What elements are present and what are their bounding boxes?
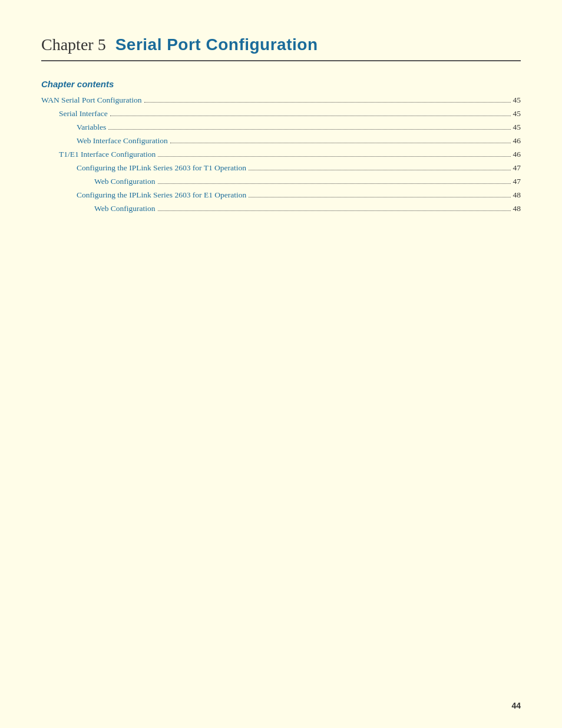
toc-entry[interactable]: WAN Serial Port Configuration45 bbox=[41, 94, 521, 107]
toc-entry[interactable]: T1/E1 Interface Configuration46 bbox=[41, 148, 521, 162]
toc-dots bbox=[144, 102, 511, 103]
toc-entry[interactable]: Serial Interface45 bbox=[41, 107, 521, 121]
toc-entry[interactable]: Web Interface Configuration46 bbox=[41, 134, 521, 148]
toc-entry[interactable]: Configuring the IPLink Series 2603 for T… bbox=[41, 162, 521, 175]
toc-page-number: 47 bbox=[513, 162, 521, 175]
toc-dots bbox=[110, 116, 511, 116]
toc-entry[interactable]: Variables45 bbox=[41, 121, 521, 134]
toc-dots bbox=[158, 156, 510, 157]
toc-page-number: 47 bbox=[513, 175, 521, 189]
toc-page-number: 46 bbox=[513, 134, 521, 148]
toc-dots bbox=[158, 183, 511, 184]
toc-page-number: 46 bbox=[513, 148, 521, 162]
toc-dots bbox=[158, 210, 511, 211]
page: Chapter 5 Serial Port Configuration Chap… bbox=[0, 0, 562, 728]
toc-link[interactable]: Web Configuration bbox=[94, 202, 156, 216]
toc-link[interactable]: Web Configuration bbox=[94, 175, 156, 189]
chapter-header: Chapter 5 Serial Port Configuration bbox=[41, 35, 521, 61]
toc-page-number: 45 bbox=[513, 121, 521, 134]
chapter-label: Chapter 5 bbox=[41, 35, 106, 54]
toc-link[interactable]: Configuring the IPLink Series 2603 for E… bbox=[77, 189, 246, 202]
toc-entry[interactable]: Configuring the IPLink Series 2603 for E… bbox=[41, 189, 521, 202]
toc-page-number: 45 bbox=[513, 94, 521, 107]
toc-link[interactable]: WAN Serial Port Configuration bbox=[41, 94, 142, 107]
chapter-title: Serial Port Configuration bbox=[115, 35, 318, 54]
toc-page-number: 48 bbox=[513, 189, 521, 202]
toc-link[interactable]: Web Interface Configuration bbox=[77, 134, 168, 148]
toc-page-number: 45 bbox=[513, 107, 521, 121]
page-number: 44 bbox=[511, 701, 521, 710]
chapter-contents-heading: Chapter contents bbox=[41, 79, 521, 89]
toc-dots bbox=[249, 197, 510, 197]
toc-page-number: 48 bbox=[513, 202, 521, 216]
toc-entry[interactable]: Web Configuration48 bbox=[41, 202, 521, 216]
toc-entries: WAN Serial Port Configuration45Serial In… bbox=[41, 94, 521, 215]
table-of-contents: Chapter contents WAN Serial Port Configu… bbox=[41, 79, 521, 215]
toc-dots bbox=[170, 143, 511, 143]
toc-link[interactable]: Configuring the IPLink Series 2603 for T… bbox=[77, 162, 246, 175]
toc-dots bbox=[108, 129, 510, 130]
toc-link[interactable]: Variables bbox=[77, 121, 106, 134]
toc-link[interactable]: T1/E1 Interface Configuration bbox=[59, 148, 156, 162]
toc-link[interactable]: Serial Interface bbox=[59, 107, 108, 121]
toc-entry[interactable]: Web Configuration47 bbox=[41, 175, 521, 189]
toc-dots bbox=[249, 170, 510, 170]
